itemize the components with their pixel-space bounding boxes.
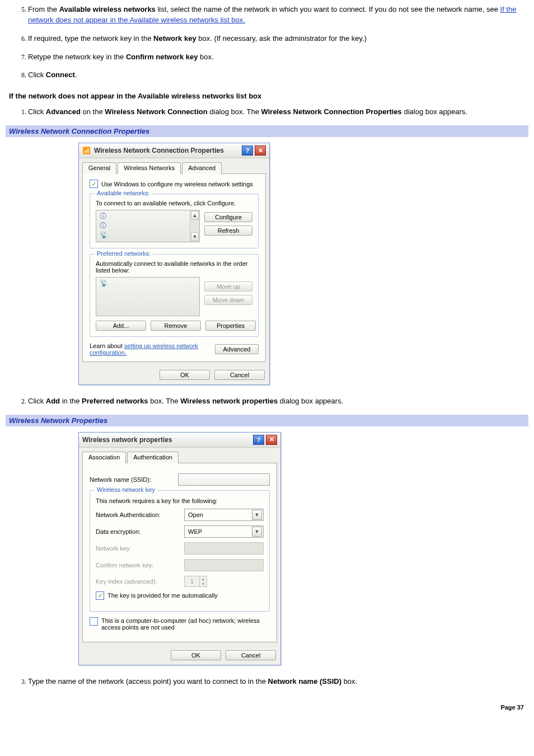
label-keyindex: Key index (advanced): [96,578,180,585]
refresh-button[interactable]: Refresh [204,226,252,236]
properties-button[interactable]: Properties [205,321,256,331]
cancel-button[interactable]: Cancel [214,370,265,380]
network-item-icon: 📡 [100,232,186,238]
tab-advanced[interactable]: Advanced [182,162,222,174]
desc-available: To connect to an available network, clic… [96,200,252,206]
legend-wireless-key: Wireless network key [95,486,157,493]
label-dataenc: Data encryption: [96,528,180,535]
substep-2: Click Add in the Preferred networks box.… [28,396,528,407]
caption-bar-1: Wireless Network Connection Properties [6,125,528,137]
scroll-down-icon[interactable]: ▼ [191,232,199,241]
titlebar: 📶 Wireless Network Connection Properties… [79,143,269,158]
close-button[interactable]: ✕ [266,435,277,445]
checkbox-use-windows[interactable]: ✓ [90,180,98,188]
ok-button[interactable]: OK [171,650,221,660]
advanced-button[interactable]: Advanced [215,344,259,354]
dialog-title: Wireless Network Connection Properties [94,147,224,154]
titlebar-2: Wireless network properties ? ✕ [79,433,280,448]
legend-available: Available networks: [95,190,152,196]
ordered-list-sub-3: Type the name of the network (access poi… [6,677,528,687]
chevron-down-icon: ▼ [252,510,262,520]
ok-button[interactable]: OK [160,370,210,380]
legend-preferred: Preferred networks: [95,250,153,257]
cancel-button[interactable]: Cancel [226,650,276,660]
moveup-button[interactable]: Move up [204,281,252,292]
learn-text: Learn about setting up wireless network … [90,342,215,356]
network-item-icon: 📡 [100,279,108,287]
checkbox-auto-key[interactable]: ✓ [96,591,104,600]
checkbox-adhoc[interactable]: ✓ [90,617,98,626]
listbox-available[interactable]: ⓘ ⓘ 📡 ▲ ▼ [96,210,200,242]
spinner-keyindex: 1 ▲ ▼ [184,576,207,587]
spinner-up-icon: ▲ [200,576,207,581]
label-use-windows: Use Windows to configure my wireless net… [101,181,253,187]
close-button[interactable]: ✕ [255,145,266,156]
help-button[interactable]: ? [242,145,253,156]
listbox-preferred[interactable]: 📡 [96,277,200,316]
label-netauth: Network Authentication: [96,511,180,518]
label-ssid: Network name (SSID): [90,476,174,483]
tab-strip: General Wireless Networks Advanced [79,158,269,173]
label-auto-key: The key is provided for me automatically [107,592,218,599]
input-confirmkey [184,559,264,571]
help-button[interactable]: ? [253,435,264,445]
ordered-list-main: From the Available wireless networks lis… [6,4,528,81]
movedown-button[interactable]: Move down [204,295,252,305]
tab-authentication[interactable]: Authentication [127,452,179,463]
dialog2-title: Wireless network properties [82,436,172,444]
label-netkey: Network key: [96,545,180,552]
tab-association[interactable]: Association [82,452,126,463]
input-netkey [184,542,264,555]
add-button[interactable]: Add... [96,321,146,331]
configure-button[interactable]: Configure [204,212,252,222]
remove-button[interactable]: Remove [151,321,201,331]
fieldset-preferred: Preferred networks: Automatically connec… [90,254,259,337]
label-adhoc: This is a computer-to-computer (ad hoc) … [101,617,269,631]
scroll-up-icon[interactable]: ▲ [191,211,199,220]
network-item-icon: ⓘ [100,222,186,229]
ordered-list-sub: Click Advanced on the Wireless Network C… [6,107,528,118]
step-5: From the Available wireless networks lis… [28,4,528,26]
chevron-down-icon: ▼ [252,527,262,537]
dialog-network-properties: Wireless network properties ? ✕ Associat… [78,432,281,665]
step-8: Click Connect. [28,70,528,81]
ordered-list-sub-2: Click Add in the Preferred networks box.… [6,396,528,407]
tab-general[interactable]: General [82,162,116,174]
substep-1: Click Advanced on the Wireless Network C… [28,107,528,118]
select-netauth[interactable]: Open ▼ [184,509,264,521]
step-6: If required, type the network key in the… [28,34,528,44]
page-footer: Page 37 [6,704,528,711]
section-heading: If the network does not appear in the Av… [9,92,528,100]
tab-strip-2: Association Authentication [79,448,280,463]
caption-bar-2: Wireless Network Properties [6,415,528,426]
network-item-icon: ⓘ [100,213,186,219]
label-confirmkey: Confirm network key: [96,562,180,569]
select-dataenc[interactable]: WEP ▼ [184,525,264,538]
input-ssid[interactable] [178,473,270,486]
substep-3: Type the name of the network (access poi… [28,677,528,687]
network-icon: 📶 [82,147,91,154]
fieldset-available: Available networks: To connect to an ava… [90,194,259,248]
fieldset-wireless-key: Wireless network key This network requir… [90,490,270,612]
desc-requires: This network requires a key for the foll… [96,497,264,504]
desc-preferred: Automatically connect to available netwo… [96,260,252,274]
dialog-connection-properties: 📶 Wireless Network Connection Properties… [78,143,270,385]
tab-wireless-networks[interactable]: Wireless Networks [118,162,181,174]
step-7: Retype the network key in the Confirm ne… [28,52,528,63]
scrollbar[interactable]: ▲ ▼ [190,210,199,242]
spinner-down-icon: ▼ [200,581,207,586]
